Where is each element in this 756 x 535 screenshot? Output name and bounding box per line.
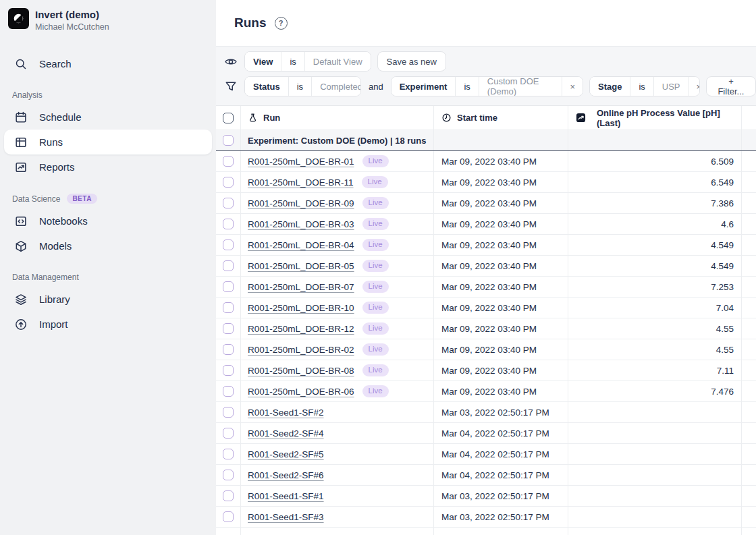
filter-value[interactable]: Completed xyxy=(311,77,361,96)
row-checkbox[interactable] xyxy=(223,470,234,480)
run-link[interactable]: R001-250mL_DOE-BR-07 xyxy=(248,282,354,292)
filter-field[interactable]: Stage xyxy=(590,77,630,96)
add-filter-button[interactable]: + Filter... xyxy=(706,76,756,96)
filter-field[interactable]: Status xyxy=(245,77,288,96)
run-link[interactable]: R001-250mL_DOE-BR-05 xyxy=(248,261,354,271)
start-time: Mar 09, 2022 03:40 PM xyxy=(441,282,537,292)
table-row: R001-Seed1-SF#3 Live Mar 03, 2022 02:50:… xyxy=(216,507,756,528)
table-row: R001-250mL_DOE-BR-09 Live Mar 09, 2022 0… xyxy=(216,193,756,214)
start-time: Mar 09, 2022 03:40 PM xyxy=(441,219,537,229)
sidebar-item-runs[interactable]: Runs xyxy=(4,130,212,154)
sidebar-item-search[interactable]: Search xyxy=(4,51,212,76)
live-badge: Live xyxy=(362,322,389,335)
filter-value[interactable]: Custom DOE (Demo) xyxy=(479,77,562,96)
run-link[interactable]: R001-250mL_DOE-BR-04 xyxy=(248,240,354,250)
row-checkbox[interactable] xyxy=(223,490,234,501)
sidebar-item-label: Runs xyxy=(39,136,63,148)
column-header-label[interactable]: Run xyxy=(263,113,280,123)
filter-field[interactable]: Experiment xyxy=(392,77,456,96)
table-row: R001-250mL_DOE-BR-08 Live Mar 09, 2022 0… xyxy=(216,360,756,381)
calendar-icon xyxy=(14,111,28,124)
conditions-row: Status is Completed and Experiment is Cu… xyxy=(224,76,756,96)
start-time: Mar 09, 2022 03:40 PM xyxy=(441,177,537,188)
row-checkbox[interactable] xyxy=(223,449,234,459)
row-checkbox[interactable] xyxy=(223,511,234,522)
column-header-label[interactable]: Start time xyxy=(457,113,497,123)
ph-value: 7.386 xyxy=(711,198,734,208)
row-checkbox[interactable] xyxy=(223,428,234,439)
run-link[interactable]: R001-250mL_DOE-BR-10 xyxy=(248,303,354,313)
run-link[interactable]: R001-250mL_DOE-BR-01 xyxy=(248,157,354,167)
run-link[interactable]: R001-Seed2-SF#4 xyxy=(248,428,324,439)
run-link[interactable]: R001-Seed1-SF#1 xyxy=(248,491,324,501)
sidebar-item-models[interactable]: Models xyxy=(4,233,212,258)
workspace-switcher[interactable]: Invert (demo) Michael McCutchen xyxy=(0,8,216,32)
stage-filter-pill: Stage is USP × xyxy=(589,76,700,96)
clock-icon xyxy=(441,113,452,123)
run-link[interactable]: R001-250mL_DOE-BR-03 xyxy=(248,219,354,229)
sidebar-item-schedule[interactable]: Schedule xyxy=(4,105,212,130)
row-checkbox[interactable] xyxy=(223,198,234,208)
remove-filter-icon[interactable]: × xyxy=(688,77,700,96)
sidebar-item-import[interactable]: Import xyxy=(4,312,212,337)
start-time: Mar 09, 2022 03:40 PM xyxy=(441,240,537,250)
sidebar-item-notebooks[interactable]: Notebooks xyxy=(4,208,212,233)
live-badge: Live xyxy=(362,218,389,230)
live-badge: Live xyxy=(362,260,389,272)
row-checkbox[interactable] xyxy=(223,240,234,250)
table-row: R001-Seed2-SF#5 Live Mar 04, 2022 02:50:… xyxy=(216,444,756,465)
run-link[interactable]: R001-250mL_DOE-BR-06 xyxy=(248,387,354,397)
save-as-new-button[interactable]: Save as new xyxy=(377,51,446,72)
row-checkbox[interactable] xyxy=(223,407,234,418)
sidebar-item-reports[interactable]: Reports xyxy=(4,154,212,179)
filter-operator[interactable]: is xyxy=(288,77,311,96)
sidebar-item-label: Import xyxy=(39,318,68,330)
column-header-label[interactable]: Online pH Process Value [pH] (Last) xyxy=(597,108,734,128)
sidebar-item-library[interactable]: Library xyxy=(4,287,212,312)
live-badge: Live xyxy=(362,385,389,397)
sidebar-item-label: Search xyxy=(39,58,72,69)
cube-icon xyxy=(14,240,28,253)
run-link[interactable]: R001-250mL_DOE-BR-02 xyxy=(248,345,354,355)
run-link[interactable]: R001-250mL_DOE-BR-08 xyxy=(248,366,354,376)
row-checkbox[interactable] xyxy=(223,156,234,167)
row-checkbox[interactable] xyxy=(223,323,234,334)
run-link[interactable]: R001-Seed1-SF#2 xyxy=(248,407,324,418)
group-checkbox[interactable] xyxy=(223,135,234,146)
row-checkbox[interactable] xyxy=(223,177,234,188)
view-field[interactable]: View xyxy=(245,52,281,71)
live-badge: Live xyxy=(362,197,389,209)
run-link[interactable]: R001-250mL_DOE-BR-11 xyxy=(248,177,354,188)
help-icon[interactable]: ? xyxy=(275,17,288,30)
view-operator[interactable]: is xyxy=(281,52,304,71)
page-title: Runs xyxy=(234,16,267,30)
partial-row xyxy=(216,528,756,535)
run-link[interactable]: R001-250mL_DOE-BR-12 xyxy=(248,324,354,334)
filter-operator[interactable]: is xyxy=(630,77,653,96)
run-link[interactable]: R001-250mL_DOE-BR-09 xyxy=(248,198,354,208)
start-time: Mar 03, 2022 02:50:17 PM xyxy=(441,407,549,418)
start-time: Mar 09, 2022 03:40 PM xyxy=(441,261,537,271)
row-checkbox[interactable] xyxy=(223,219,234,229)
start-time: Mar 04, 2022 02:50:17 PM xyxy=(441,470,549,480)
remove-filter-icon[interactable]: × xyxy=(562,77,583,96)
row-checkbox[interactable] xyxy=(223,281,234,292)
run-link[interactable]: R001-Seed2-SF#6 xyxy=(248,470,324,480)
run-link[interactable]: R001-Seed2-SF#5 xyxy=(248,449,324,459)
select-all-checkbox[interactable] xyxy=(223,113,234,123)
view-value[interactable]: Default View xyxy=(304,52,371,71)
workspace-name: Invert (demo) xyxy=(35,9,109,22)
ph-value: 7.04 xyxy=(716,303,734,313)
table-body: R001-250mL_DOE-BR-01 Live Mar 09, 2022 0… xyxy=(216,151,756,528)
row-checkbox[interactable] xyxy=(223,260,234,271)
run-link[interactable]: R001-Seed1-SF#3 xyxy=(248,512,324,522)
row-checkbox[interactable] xyxy=(223,365,234,376)
row-checkbox[interactable] xyxy=(223,302,234,313)
filter-value[interactable]: USP xyxy=(653,77,688,96)
conjunction-label: and xyxy=(367,82,385,92)
row-checkbox[interactable] xyxy=(223,386,234,397)
filter-operator[interactable]: is xyxy=(455,77,478,96)
start-time: Mar 04, 2022 02:50:17 PM xyxy=(441,449,549,459)
table-icon xyxy=(14,136,28,149)
row-checkbox[interactable] xyxy=(223,344,234,355)
